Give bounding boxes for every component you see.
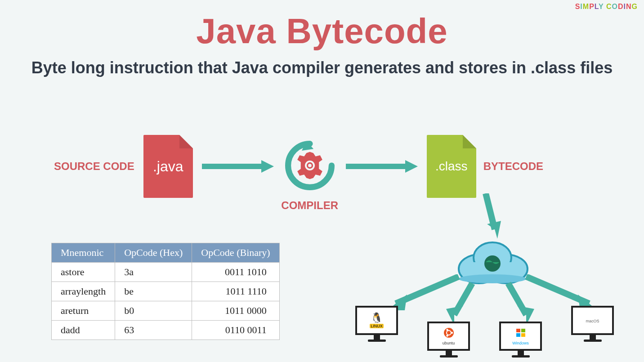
cell: areturn <box>52 301 115 321</box>
platform-linux: 🐧 LINUX <box>355 306 398 344</box>
cell: dadd <box>52 321 115 340</box>
svg-point-23 <box>446 335 448 336</box>
table-row: areturn b0 1011 0000 <box>52 301 280 321</box>
svg-point-21 <box>451 331 452 333</box>
arrow-cloud-to-ubuntu <box>441 281 481 326</box>
svg-rect-24 <box>516 329 520 332</box>
cell: arraylength <box>52 282 115 301</box>
cell: be <box>115 282 192 301</box>
compiler-icon: COMPILER <box>283 141 337 192</box>
bytecode-label: BYTECODE <box>483 160 543 173</box>
cell: 3a <box>115 263 192 282</box>
cell: 63 <box>115 321 192 340</box>
svg-rect-26 <box>516 333 520 337</box>
table-row: dadd 63 0110 0011 <box>52 321 280 340</box>
page-subtitle: Byte long instruction that Java compiler… <box>0 58 644 79</box>
col-binary: OpCode (Binary) <box>192 243 279 263</box>
svg-rect-27 <box>521 333 525 337</box>
source-code-label: SOURCE CODE <box>54 160 134 173</box>
platform-ubuntu: ubuntu <box>427 322 470 360</box>
platform-windows: Windows <box>499 322 542 360</box>
os-name: LINUX <box>370 324 384 328</box>
class-file-icon: .class <box>427 135 476 198</box>
os-name: Windows <box>512 341 529 345</box>
cell: b0 <box>115 301 192 321</box>
java-file-icon: .java <box>143 135 193 198</box>
opcode-table: Mnemonic OpCode (Hex) OpCode (Binary) as… <box>51 243 280 340</box>
compilation-flow: SOURCE CODE .java COMPILER .class BYTECO… <box>54 135 617 198</box>
svg-point-22 <box>446 329 448 331</box>
svg-rect-25 <box>521 329 525 332</box>
table-row: arraylength be 1011 1110 <box>52 282 280 301</box>
svg-point-10 <box>484 255 501 272</box>
linux-icon: 🐧 <box>371 313 383 323</box>
cell: 1011 0000 <box>192 301 279 321</box>
java-file-text: .java <box>153 158 183 175</box>
arrow-to-compiler <box>202 160 274 173</box>
svg-point-1 <box>305 161 315 170</box>
os-name: ubuntu <box>443 341 455 345</box>
brand-logo: SIMPLY CODING <box>575 3 638 11</box>
distribution-diagram: 🐧 LINUX ubuntu Windows <box>355 198 630 360</box>
cell: 1011 1110 <box>192 282 279 301</box>
table-header-row: Mnemonic OpCode (Hex) OpCode (Binary) <box>52 243 280 263</box>
page-title: Java Bytecode <box>0 11 644 52</box>
platform-macos: macOS <box>571 306 614 344</box>
arrow-to-class <box>346 160 418 173</box>
class-file-text: .class <box>435 159 468 174</box>
cell: astore <box>52 263 115 282</box>
col-hex: OpCode (Hex) <box>115 243 192 263</box>
arrow-class-to-cloud <box>477 193 504 243</box>
cell: 0110 0011 <box>192 321 279 340</box>
cell: 0011 1010 <box>192 263 279 282</box>
cloud-icon <box>454 237 531 287</box>
os-name: macOS <box>586 319 599 323</box>
col-mnemonic: Mnemonic <box>52 243 115 263</box>
ubuntu-icon <box>443 327 454 340</box>
windows-icon <box>515 327 526 340</box>
compiler-label: COMPILER <box>269 199 350 212</box>
table-row: astore 3a 0011 1010 <box>52 263 280 282</box>
